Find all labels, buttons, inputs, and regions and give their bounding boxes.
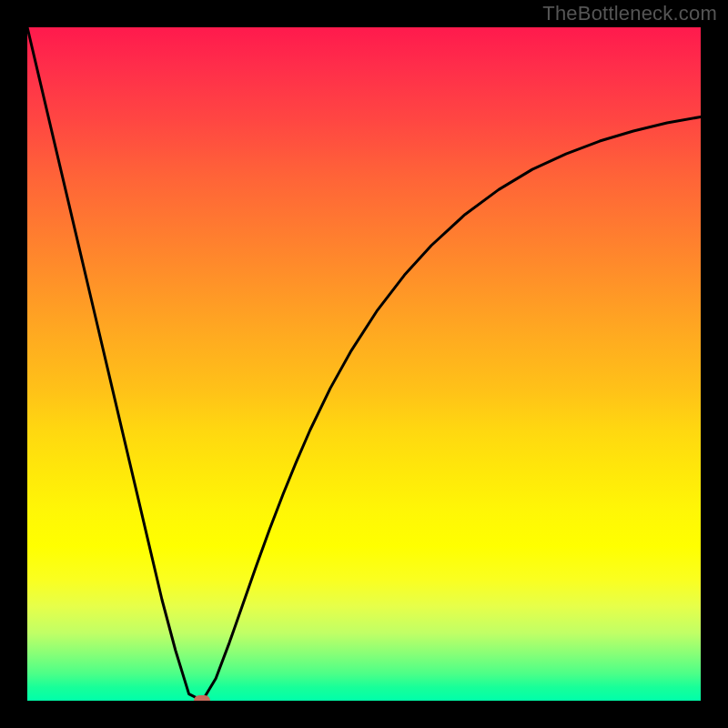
curve-svg [27, 27, 701, 701]
chart-frame: TheBottleneck.com [0, 0, 728, 728]
plot-area [27, 27, 701, 701]
watermark-text: TheBottleneck.com [542, 2, 717, 25]
bottleneck-curve [27, 27, 701, 701]
bottleneck-marker-icon [194, 695, 210, 701]
